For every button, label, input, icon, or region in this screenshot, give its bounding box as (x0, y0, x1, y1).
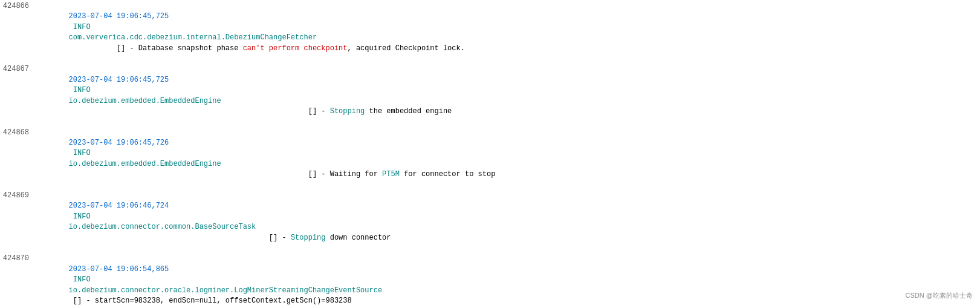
table-row: 424869 2023-07-04 19:06:46,724 INFO io.d… (2, 191, 978, 254)
line-body: 2023-07-04 19:06:54,865 INFO io.debezium… (34, 254, 978, 305)
line-body: 2023-07-04 19:06:45,725 INFO com.ververi… (34, 1, 978, 64)
watermark-text: CSDN @吃素的哈士奇 (906, 292, 973, 299)
log-content: 424866 2023-07-04 19:06:45,725 INFO com.… (0, 0, 980, 305)
line-body: 2023-07-04 19:06:45,725 INFO io.debezium… (34, 64, 978, 127)
table-row: 424870 2023-07-04 19:06:54,865 INFO io.d… (2, 254, 978, 305)
timestamp: 2023-07-04 19:06:45,725 (69, 12, 169, 21)
watermark: CSDN @吃素的哈士奇 (906, 291, 973, 300)
table-row: 424867 2023-07-04 19:06:45,725 INFO io.d… (2, 64, 978, 127)
line-number: 424870 (2, 254, 34, 305)
line-number: 424866 (2, 1, 34, 64)
table-row: 424866 2023-07-04 19:06:45,725 INFO com.… (2, 1, 978, 64)
line-body: 2023-07-04 19:06:46,724 INFO io.debezium… (34, 191, 978, 254)
table-row: 424868 2023-07-04 19:06:45,726 INFO io.d… (2, 128, 978, 191)
line-body: 2023-07-04 19:06:45,726 INFO io.debezium… (34, 128, 978, 191)
log-container: 424866 2023-07-04 19:06:45,725 INFO com.… (0, 0, 980, 305)
line-number: 424867 (2, 64, 34, 127)
line-number: 424869 (2, 191, 34, 254)
line-number: 424868 (2, 128, 34, 191)
